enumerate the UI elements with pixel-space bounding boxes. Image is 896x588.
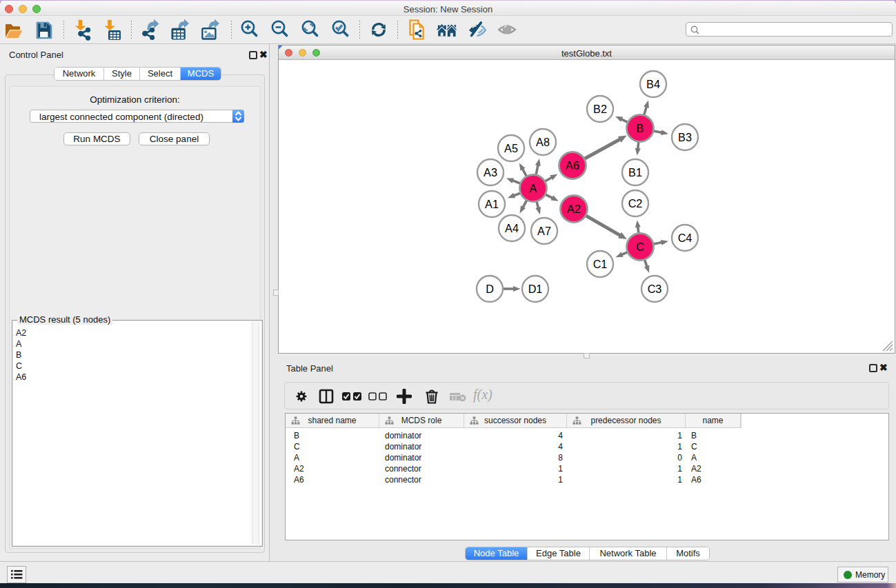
svg-text:A1: A1 bbox=[485, 198, 499, 210]
svg-text:B3: B3 bbox=[678, 131, 692, 143]
svg-text:D: D bbox=[486, 283, 494, 295]
svg-text:A4: A4 bbox=[505, 222, 519, 234]
svg-text:B4: B4 bbox=[646, 78, 660, 90]
svg-text:C1: C1 bbox=[593, 258, 608, 270]
svg-text:B1: B1 bbox=[628, 166, 642, 179]
svg-text:A8: A8 bbox=[536, 136, 550, 148]
svg-text:C: C bbox=[636, 241, 644, 253]
svg-text:B2: B2 bbox=[593, 103, 607, 115]
svg-text:C3: C3 bbox=[648, 283, 662, 295]
svg-text:A2: A2 bbox=[567, 203, 581, 215]
svg-text:A3: A3 bbox=[484, 166, 497, 179]
svg-text:C2: C2 bbox=[628, 197, 643, 210]
svg-text:A5: A5 bbox=[504, 142, 518, 154]
svg-text:C4: C4 bbox=[678, 232, 693, 244]
svg-text:A: A bbox=[530, 182, 537, 194]
svg-text:A7: A7 bbox=[537, 225, 551, 237]
svg-text:D1: D1 bbox=[528, 283, 543, 295]
svg-text:B: B bbox=[637, 122, 644, 134]
svg-text:A6: A6 bbox=[566, 159, 579, 172]
